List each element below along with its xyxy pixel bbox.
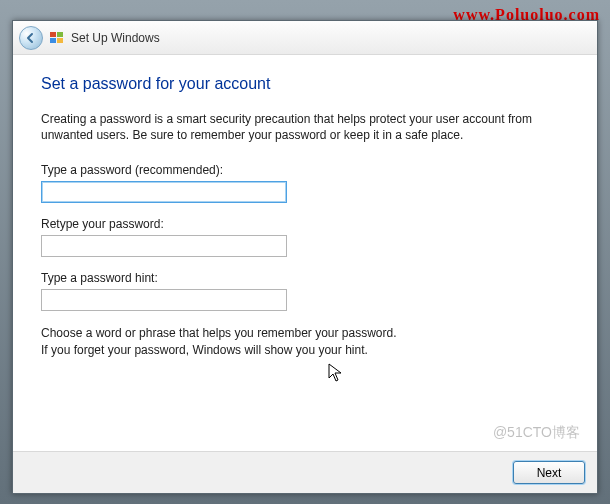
intro-text: Creating a password is a smart security … xyxy=(41,111,561,143)
hint-help-line1: Choose a word or phrase that helps you r… xyxy=(41,325,569,341)
app-icon xyxy=(49,30,65,46)
window-title: Set Up Windows xyxy=(71,31,160,45)
back-arrow-icon xyxy=(25,32,37,44)
password-label: Type a password (recommended): xyxy=(41,163,569,177)
next-button[interactable]: Next xyxy=(513,461,585,484)
page-heading: Set a password for your account xyxy=(41,75,569,93)
svg-rect-2 xyxy=(50,38,56,43)
content-area: Set a password for your account Creating… xyxy=(13,55,597,451)
watermark-bottom: @51CTO博客 xyxy=(493,424,580,442)
footer-bar: Next xyxy=(13,451,597,493)
hint-help-line2: If you forget your password, Windows wil… xyxy=(41,342,569,358)
hint-input[interactable] xyxy=(41,289,287,311)
retype-input[interactable] xyxy=(41,235,287,257)
password-input[interactable] xyxy=(41,181,287,203)
wizard-window: Set Up Windows Set a password for your a… xyxy=(12,20,598,494)
svg-rect-1 xyxy=(57,32,63,37)
hint-label: Type a password hint: xyxy=(41,271,569,285)
titlebar: Set Up Windows xyxy=(13,21,597,55)
password-field-group: Type a password (recommended): xyxy=(41,163,569,203)
retype-field-group: Retype your password: xyxy=(41,217,569,257)
svg-rect-0 xyxy=(50,32,56,37)
back-button[interactable] xyxy=(19,26,43,50)
windows-flag-icon xyxy=(49,30,65,46)
retype-label: Retype your password: xyxy=(41,217,569,231)
svg-rect-3 xyxy=(57,38,63,43)
hint-field-group: Type a password hint: xyxy=(41,271,569,311)
